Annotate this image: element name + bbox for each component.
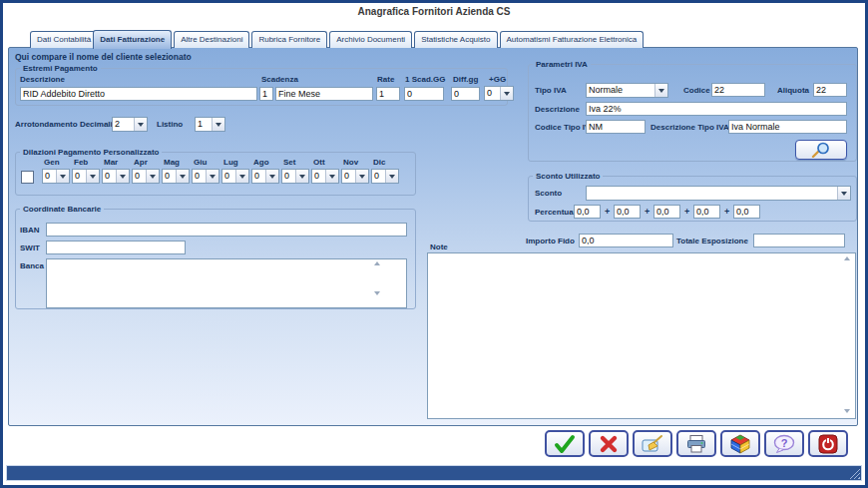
- broom-icon: [641, 434, 664, 454]
- window-title: Anagrafica Fornitori Azienda CS: [358, 6, 511, 17]
- exit-button[interactable]: [808, 430, 848, 457]
- note-textarea[interactable]: [427, 252, 856, 419]
- chevron-down-icon[interactable]: [212, 118, 224, 131]
- codice-tipo-iva-input[interactable]: [586, 120, 646, 134]
- descrizione-iva-label: Descrizione: [535, 105, 580, 114]
- importo-fido-input[interactable]: [579, 234, 673, 247]
- percentuale-input-3[interactable]: [653, 205, 680, 219]
- month-label: Nov: [343, 158, 358, 167]
- iban-input[interactable]: [46, 223, 407, 237]
- scroll-up-icon[interactable]: [844, 256, 850, 260]
- rate-label: Rate: [377, 75, 394, 84]
- sconto-select[interactable]: [586, 186, 851, 201]
- percentuale-input-4[interactable]: [693, 205, 720, 219]
- tab-dati-fatturazione[interactable]: Dati Fatturazione: [93, 30, 172, 49]
- tab-bar: Dati Contabilità Dati Fatturazione Altre…: [30, 29, 646, 48]
- banca-textarea[interactable]: [46, 258, 407, 308]
- chevron-down-icon[interactable]: [116, 170, 129, 183]
- percentuale-input-1[interactable]: [574, 205, 601, 219]
- swit-input[interactable]: [46, 241, 186, 254]
- month-value: 0: [73, 170, 86, 183]
- chevron-down-icon[interactable]: [385, 170, 398, 183]
- chevron-down-icon[interactable]: [134, 118, 147, 131]
- month-select-mag[interactable]: 0: [162, 169, 190, 184]
- month-label: Ago: [253, 158, 269, 167]
- month-select-dic[interactable]: 0: [371, 169, 399, 184]
- tab-rubrica-fornitore[interactable]: Rubrica Fornitore: [251, 31, 327, 48]
- month-select-gen[interactable]: 0: [42, 169, 70, 184]
- month-select-giu[interactable]: 0: [192, 169, 219, 184]
- chevron-down-icon[interactable]: [295, 170, 308, 183]
- chevron-down-icon[interactable]: [837, 187, 850, 200]
- month-value: 0: [342, 170, 355, 183]
- power-icon: [816, 434, 840, 454]
- listino-select[interactable]: 1: [195, 117, 225, 132]
- month-select-feb[interactable]: 0: [72, 169, 100, 184]
- chevron-down-icon[interactable]: [176, 170, 189, 183]
- group-dilazioni: Dilazioni Pagamento Personalizzato Gen F…: [15, 148, 416, 196]
- descrizione-label: Descrizione: [20, 75, 65, 84]
- scroll-up-icon[interactable]: [374, 261, 380, 265]
- chevron-down-icon[interactable]: [206, 170, 218, 183]
- scadenza-label: Scadenza: [261, 75, 298, 84]
- dilazioni-checkbox[interactable]: [21, 171, 34, 184]
- chevron-down-icon[interactable]: [86, 170, 99, 183]
- clear-button[interactable]: [633, 430, 672, 457]
- chevron-down-icon[interactable]: [500, 87, 513, 100]
- app-window: Anagrafica Fornitori Azienda CS Dati Con…: [0, 0, 868, 488]
- scad-gg-input[interactable]: [404, 87, 444, 101]
- rate-input[interactable]: [376, 87, 400, 101]
- month-label: Dic: [373, 158, 385, 167]
- descrizione-pagamento-input[interactable]: [20, 87, 257, 101]
- month-select-ott[interactable]: 0: [311, 169, 339, 184]
- month-select-ago[interactable]: 0: [251, 169, 279, 184]
- aliquota-input[interactable]: [813, 83, 847, 97]
- cancel-button[interactable]: [589, 430, 629, 457]
- totale-esposizione-input[interactable]: [753, 234, 845, 247]
- cube-button[interactable]: [720, 430, 760, 457]
- scadenza-codice-input[interactable]: [259, 87, 273, 101]
- percentuali-label: Percentuali: [535, 208, 578, 217]
- resize-grip[interactable]: [849, 468, 860, 479]
- chevron-down-icon[interactable]: [355, 170, 368, 183]
- tab-altre-destinazioni[interactable]: Altre Destinazioni: [174, 31, 249, 48]
- swit-label: SWIT: [20, 244, 40, 252]
- descrizione-tipo-iva-input[interactable]: [728, 120, 847, 134]
- group-title: Coordinate Bancarie: [20, 205, 104, 214]
- tab-panel-dati-fatturazione: Qui compare il nome del cliente selezion…: [8, 47, 858, 426]
- arrotondamento-select[interactable]: 2: [112, 117, 148, 132]
- tipo-iva-label: Tipo IVA: [535, 86, 567, 95]
- month-select-set[interactable]: 0: [281, 169, 309, 184]
- gg-select[interactable]: 0: [484, 86, 514, 101]
- diff-gg-input[interactable]: [451, 87, 480, 101]
- print-button[interactable]: [676, 430, 716, 457]
- month-select-nov[interactable]: 0: [341, 169, 369, 184]
- confirm-button[interactable]: [545, 430, 585, 457]
- chevron-down-icon[interactable]: [56, 170, 69, 183]
- scroll-down-icon[interactable]: [844, 409, 850, 413]
- help-button[interactable]: ?: [764, 430, 804, 457]
- tab-statistiche-acquisto[interactable]: Statistiche Acquisto: [414, 31, 497, 48]
- tab-dati-contabilita[interactable]: Dati Contabilità: [30, 31, 102, 48]
- percentuale-input-5[interactable]: [733, 205, 760, 219]
- month-select-lug[interactable]: 0: [221, 169, 249, 184]
- scadenza-input[interactable]: [275, 87, 373, 101]
- tab-archivio-documenti[interactable]: Archivio Documenti: [329, 31, 412, 48]
- chevron-down-icon[interactable]: [654, 84, 667, 97]
- month-select-apr[interactable]: 0: [132, 169, 160, 184]
- descrizione-iva-input[interactable]: [586, 102, 847, 116]
- month-value: 0: [103, 170, 116, 183]
- chevron-down-icon[interactable]: [146, 170, 159, 183]
- cube-icon: [728, 434, 752, 454]
- scroll-down-icon[interactable]: [374, 291, 380, 295]
- chevron-down-icon[interactable]: [265, 170, 278, 183]
- chevron-down-icon[interactable]: [325, 170, 338, 183]
- codice-iva-input[interactable]: [711, 83, 765, 97]
- percentuale-input-2[interactable]: [614, 205, 641, 219]
- tab-automatismi-fatturazione-elettronica[interactable]: Automatismi Fatturazione Elettronica: [500, 31, 645, 48]
- iva-search-button[interactable]: [795, 140, 847, 160]
- descrizione-tipo-iva-label: Descrizione Tipo IVA: [651, 123, 729, 132]
- month-select-mar[interactable]: 0: [102, 169, 130, 184]
- chevron-down-icon[interactable]: [235, 170, 248, 183]
- tipo-iva-select[interactable]: Normale: [586, 83, 668, 98]
